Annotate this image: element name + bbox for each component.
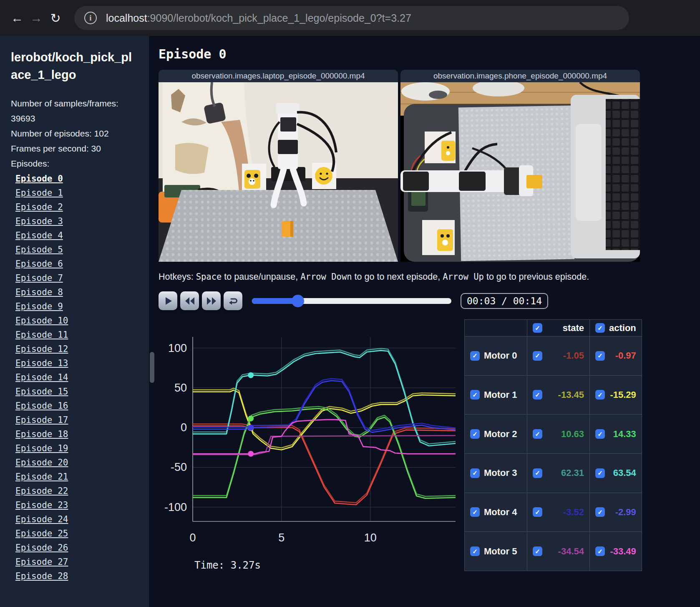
episode-link[interactable]: Episode 27 [15,557,68,567]
video-laptop-frame [159,82,398,262]
video-panel-laptop: observation.images.laptop_episode_000000… [159,70,398,262]
play-icon [164,296,173,306]
episode-list-item: Episode 12 [11,342,149,357]
motor-action-value: 14.33 [609,429,636,440]
episode-list-item: Episode 25 [11,527,149,541]
state-cell-checkbox[interactable]: ✓ [533,507,542,517]
episode-link[interactable]: Episode 23 [15,500,68,510]
hotkey-text: to pause/unpause, [222,272,300,282]
videos-row: observation.images.laptop_episode_000000… [159,70,700,262]
episode-link[interactable]: Episode 8 [15,287,63,297]
action-cell-checkbox[interactable]: ✓ [595,429,605,439]
action-cell-checkbox[interactable]: ✓ [595,390,605,400]
action-cell-checkbox[interactable]: ✓ [595,507,605,517]
browser-toolbar: ← → ↻ i localhost:9090/lerobot/koch_pick… [0,0,700,36]
svg-text:-100: -100 [164,501,187,513]
header-blank [465,320,527,336]
episode-link[interactable]: Episode 2 [15,202,63,212]
episode-list-item: Episode 4 [11,229,149,243]
motor-name: Motor 3 [484,468,517,478]
action-cell-checkbox[interactable]: ✓ [595,546,605,556]
video-laptop[interactable] [159,82,398,262]
action-cell-checkbox[interactable]: ✓ [595,351,605,361]
episode-link[interactable]: Episode 10 [15,316,68,326]
motor-row-checkbox[interactable]: ✓ [470,390,480,400]
episode-link[interactable]: Episode 15 [15,387,68,397]
address-bar[interactable]: i localhost:9090/lerobot/koch_pick_place… [74,6,629,30]
episode-link[interactable]: Episode 11 [15,330,68,340]
motor-row-checkbox[interactable]: ✓ [470,546,480,556]
stat-samples: Number of samples/frames: 39693 [11,96,136,126]
motor-row-checkbox[interactable]: ✓ [470,429,480,439]
state-cell-checkbox[interactable]: ✓ [533,429,542,439]
seek-slider-thumb[interactable] [292,295,304,307]
reload-icon[interactable]: ↻ [46,11,65,25]
episode-link[interactable]: Episode 18 [15,429,68,439]
episode-list-item: Episode 9 [11,300,149,314]
episode-list-item: Episode 11 [11,328,149,342]
motor-state-value: 62.31 [546,468,584,478]
motor-row-checkbox[interactable]: ✓ [470,468,480,478]
state-cell-checkbox[interactable]: ✓ [533,468,542,478]
episodes-label: Episodes: [11,156,136,171]
episode-link[interactable]: Episode 17 [15,415,68,425]
hotkey-key: Space [196,272,222,282]
motor-state-value: -34.54 [546,546,584,557]
episode-list-item: Episode 19 [11,442,149,456]
episode-link[interactable]: Episode 9 [15,301,63,311]
loop-icon [228,296,238,306]
episode-link[interactable]: Episode 7 [15,273,63,283]
episode-link[interactable]: Episode 0 [15,174,63,184]
episode-link[interactable]: Episode 20 [15,458,68,468]
episode-link[interactable]: Episode 14 [15,372,68,382]
episode-link[interactable]: Episode 24 [15,514,68,524]
play-button[interactable] [159,291,177,310]
hotkey-key: Arrow Up [443,272,484,282]
episode-link[interactable]: Episode 26 [15,543,68,553]
action-cell-checkbox[interactable]: ✓ [595,468,605,478]
action-column-checkbox[interactable]: ✓ [595,323,605,333]
episode-link[interactable]: Episode 19 [15,443,68,453]
state-column-checkbox[interactable]: ✓ [533,323,542,333]
state-cell-checkbox[interactable]: ✓ [533,390,542,400]
state-cell-checkbox[interactable]: ✓ [533,546,542,556]
back-icon[interactable]: ← [8,11,27,25]
dataset-stats: Number of samples/frames: 39693 Number o… [11,96,136,171]
episode-link[interactable]: Episode 5 [15,245,63,255]
motor-name: Motor 4 [484,507,517,518]
svg-text:-50: -50 [171,461,187,473]
fast-forward-button[interactable] [202,291,221,310]
state-cell-checkbox[interactable]: ✓ [533,351,542,361]
sidebar: lerobot/koch_pick_place_1_lego Number of… [0,36,149,607]
motor-row-checkbox[interactable]: ✓ [470,507,480,517]
episode-list-item: Episode 10 [11,314,149,328]
motor-chart[interactable]: -100-500501000510 [159,313,457,553]
time-display: 00:03 / 00:14 [461,293,548,309]
site-info-icon[interactable]: i [84,12,97,24]
episode-list-item: Episode 3 [11,215,149,229]
svg-text:50: 50 [174,382,187,394]
seek-slider[interactable] [252,298,451,304]
episode-link[interactable]: Episode 28 [15,571,68,581]
main-content: Episode 0 observation.images.laptop_epis… [149,36,700,607]
chart-time-label: Time: 3.27s [194,559,457,571]
episode-link[interactable]: Episode 6 [15,259,63,269]
episode-list-item: Episode 22 [11,484,149,498]
episode-link[interactable]: Episode 1 [15,188,63,198]
episode-link[interactable]: Episode 13 [15,358,68,368]
table-row: ✓Motor 1✓-13.45✓-15.29 [465,375,642,415]
forward-icon[interactable]: → [27,11,46,25]
rewind-button[interactable] [180,291,199,310]
episode-link[interactable]: Episode 3 [15,216,63,226]
table-row: ✓Motor 3✓62.31✓63.54 [465,453,642,493]
episode-link[interactable]: Episode 21 [15,472,68,482]
video-phone[interactable] [400,82,640,262]
episode-list-item: Episode 20 [11,456,149,470]
episode-link[interactable]: Episode 16 [15,401,68,411]
loop-button[interactable] [224,291,242,310]
episode-link[interactable]: Episode 25 [15,529,68,539]
episode-link[interactable]: Episode 22 [15,486,68,496]
episode-link[interactable]: Episode 12 [15,344,68,354]
motor-row-checkbox[interactable]: ✓ [470,351,480,361]
episode-link[interactable]: Episode 4 [15,230,63,240]
